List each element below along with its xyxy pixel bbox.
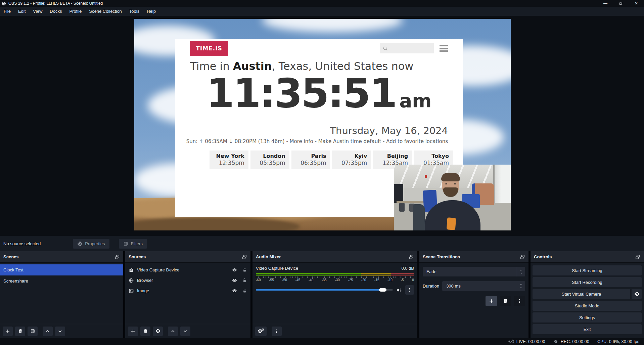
city-card: Paris06:35pm — [291, 150, 330, 169]
speaker-icon[interactable] — [396, 287, 402, 293]
remove-source-button[interactable] — [140, 327, 150, 336]
chevron-down-icon — [183, 329, 188, 334]
office-chair — [399, 203, 405, 212]
source-row-image[interactable]: Image — [125, 286, 250, 296]
popout-icon[interactable] — [409, 254, 414, 260]
clock-time: 11:35:51 — [206, 70, 396, 117]
scene-item-screenshare[interactable]: Screenshare — [0, 275, 123, 287]
start-virtual-camera-button[interactable]: Start Virtual Camera — [533, 289, 630, 299]
preview-canvas[interactable]: TIME.IS Time in Austin, Texas, United St… — [134, 19, 511, 230]
start-streaming-button[interactable]: Start Streaming — [533, 265, 642, 275]
scenes-toolbar — [0, 324, 123, 338]
person-eye — [445, 183, 447, 184]
chevron-down-icon — [58, 329, 62, 334]
timeis-logo: TIME.IS — [190, 41, 228, 56]
filters-icon — [123, 241, 128, 246]
chevron-down-icon — [520, 272, 523, 274]
popout-icon[interactable] — [635, 254, 640, 260]
menu-edit[interactable]: Edit — [14, 7, 29, 16]
menu-file[interactable]: File — [0, 7, 14, 16]
source-row-video-capture[interactable]: Video Capture Device — [125, 265, 250, 275]
restore-button[interactable] — [613, 0, 629, 7]
start-recording-button[interactable]: Start Recording — [533, 277, 642, 287]
close-button[interactable]: ✕ — [629, 0, 644, 7]
audio-mixer-header: Audio Mixer — [252, 251, 417, 263]
scene-filters-button[interactable] — [28, 327, 38, 336]
transition-menu-button[interactable] — [514, 296, 525, 306]
filters-button[interactable]: Filters — [119, 239, 147, 249]
sun-times: Sun: ↑ 06:35AM ↓ 08:20PM (13h 46m) - — [186, 138, 288, 144]
meter-scale-labels: -60-55-50-45-40-35-30-25-20-15-10-50 — [256, 278, 414, 282]
source-move-down-button[interactable] — [180, 327, 190, 336]
scene-move-down-button[interactable] — [55, 327, 65, 336]
lock-icon[interactable] — [242, 278, 247, 283]
mixer-toolbar — [252, 324, 417, 338]
restore-icon — [619, 1, 623, 5]
dots-icon — [517, 299, 522, 304]
chevron-up-icon — [45, 329, 50, 334]
source-properties-button[interactable] — [153, 327, 163, 336]
volume-slider-handle[interactable] — [379, 288, 386, 292]
remove-transition-button[interactable] — [500, 296, 511, 306]
camera-icon — [129, 267, 134, 273]
mixer-channel: Video Capture Device 0.0 dB -60-55-50-45… — [252, 263, 417, 295]
menu-tools[interactable]: Tools — [126, 7, 143, 16]
menu-view[interactable]: View — [29, 7, 46, 16]
exit-button[interactable]: Exit — [533, 324, 642, 334]
hamburger-menu-icon — [440, 45, 448, 52]
channel-name: Video Capture Device — [256, 266, 298, 271]
lock-icon[interactable] — [242, 267, 247, 272]
add-transition-button[interactable] — [486, 296, 497, 306]
cpu-status: CPU: 0.6%, 30.00 fps — [597, 339, 639, 344]
dots-icon — [407, 288, 412, 292]
studio-mode-button[interactable]: Studio Mode — [533, 301, 642, 311]
duration-spinner[interactable]: 300 ms — [442, 281, 525, 291]
minimize-button[interactable]: — — [598, 0, 613, 7]
person-beard — [443, 187, 458, 197]
scene-item-clock-test[interactable]: Clock Test — [0, 264, 123, 275]
spin-down-icon[interactable] — [519, 287, 523, 289]
visibility-eye-icon[interactable] — [232, 288, 237, 294]
menu-scene-collection[interactable]: Scene Collection — [85, 7, 126, 16]
meter-tick-marks — [256, 276, 414, 278]
menu-help[interactable]: Help — [143, 7, 159, 16]
mixer-menu-button[interactable] — [272, 327, 282, 336]
scene-move-up-button[interactable] — [43, 327, 53, 336]
source-status-text: No source selected — [3, 241, 41, 246]
source-row-browser[interactable]: Browser — [125, 275, 250, 286]
sources-list: Video Capture Device Browser Image — [125, 263, 250, 296]
popout-icon[interactable] — [114, 254, 120, 260]
sources-panel: Sources Video Capture Device Browser — [125, 251, 250, 338]
add-scene-button[interactable] — [3, 327, 13, 336]
menu-profile[interactable]: Profile — [65, 7, 85, 16]
globe-icon — [129, 278, 134, 283]
visibility-eye-icon[interactable] — [232, 267, 237, 273]
settings-button[interactable]: Settings — [533, 312, 642, 322]
live-status: LIVE: 00:00:00 — [516, 339, 545, 344]
add-source-button[interactable] — [128, 327, 138, 336]
remove-scene-button[interactable] — [15, 327, 25, 336]
rec-status: REC: 00:00:00 — [561, 339, 589, 344]
source-move-up-button[interactable] — [168, 327, 178, 336]
volume-meter: -60-55-50-45-40-35-30-25-20-15-10-50 — [256, 273, 414, 282]
controls-header: Controls — [531, 251, 644, 263]
menu-docks[interactable]: Docks — [46, 7, 65, 16]
select-chevrons — [517, 267, 525, 276]
advanced-audio-button[interactable] — [255, 327, 267, 336]
visibility-eye-icon[interactable] — [232, 277, 237, 283]
lock-icon[interactable] — [242, 288, 247, 293]
audio-mixer-panel: Audio Mixer Video Capture Device 0.0 dB … — [252, 251, 417, 338]
popout-icon[interactable] — [520, 254, 525, 260]
popout-icon[interactable] — [242, 254, 247, 260]
transition-select[interactable]: Fade — [423, 267, 525, 276]
cloud — [262, 19, 403, 32]
exit-sign — [425, 175, 427, 178]
channel-menu-button[interactable] — [405, 285, 414, 295]
volume-slider[interactable] — [256, 289, 393, 291]
small-gear-icon — [261, 328, 264, 331]
dots-icon — [274, 329, 279, 334]
scenes-list: Clock Test Screenshare — [0, 263, 123, 287]
virtual-camera-settings-button[interactable] — [632, 289, 642, 299]
spin-up-icon[interactable] — [519, 283, 523, 286]
properties-button[interactable]: Properties — [73, 239, 109, 249]
